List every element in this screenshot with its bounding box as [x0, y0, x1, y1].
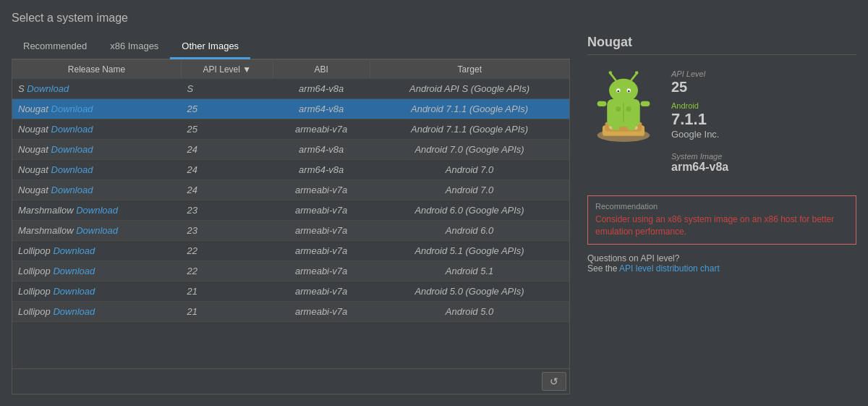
api-level-block: API Level 25: [671, 69, 728, 96]
api-level-cell: 21: [182, 282, 273, 302]
recommendation-text: Consider using an x86 system image on an…: [595, 213, 848, 238]
table-body: S DownloadSarm64-v8aAndroid API S (Googl…: [12, 79, 569, 322]
release-name-cell: Nougat Download: [12, 140, 182, 160]
table-header-row: Release Name API Level ▼ ABI Target: [12, 60, 569, 79]
abi-cell: armeabi-v7a: [273, 221, 370, 241]
col-target: Target: [370, 60, 569, 79]
abi-cell: armeabi-v7a: [273, 180, 370, 200]
release-name-cell: Nougat Download: [12, 119, 182, 140]
download-link[interactable]: Download: [51, 124, 93, 135]
system-image-label: System Image: [671, 152, 728, 161]
api-level-cell: 23: [182, 221, 273, 241]
abi-cell: armeabi-v7a: [273, 302, 370, 322]
recommendation-box: Recommendation Consider using an x86 sys…: [587, 195, 856, 245]
target-cell: Android 7.0: [370, 160, 569, 180]
system-image-block: System Image arm64-v8a: [671, 146, 728, 174]
android-version: 7.1.1: [671, 110, 728, 129]
table-row[interactable]: Nougat Download24arm64-v8aAndroid 7.0: [12, 160, 569, 180]
table-container: Release Name API Level ▼ ABI Target S Do…: [12, 59, 570, 369]
target-cell: Android 6.0 (Google APIs): [370, 200, 569, 221]
abi-cell: armeabi-v7a: [273, 119, 370, 140]
download-link[interactable]: Download: [51, 144, 93, 155]
refresh-button[interactable]: ↺: [542, 372, 566, 391]
svg-rect-10: [627, 124, 635, 130]
svg-rect-8: [641, 101, 650, 106]
api-question: Questions on API level?: [587, 253, 679, 263]
release-name-cell: Marshmallow Download: [12, 221, 182, 241]
left-panel: Recommended x86 Images Other Images Rele…: [12, 35, 570, 394]
table-row[interactable]: Marshmallow Download23armeabi-v7aAndroid…: [12, 200, 569, 221]
target-cell: Android 7.0 (Google APIs): [370, 140, 569, 160]
svg-point-18: [617, 90, 619, 93]
download-link[interactable]: Download: [27, 83, 69, 94]
table-row[interactable]: Lollipop Download22armeabi-v7aAndroid 5.…: [12, 241, 569, 261]
tab-otherimages[interactable]: Other Images: [170, 35, 250, 59]
target-cell: Android 5.0: [370, 302, 569, 322]
release-name-cell: Lollipop Download: [12, 241, 182, 261]
api-link-section: Questions on API level? See the API leve…: [587, 253, 856, 274]
download-link[interactable]: Download: [53, 286, 95, 297]
api-level-cell: 21: [182, 302, 273, 322]
vendor: Google Inc.: [671, 129, 728, 140]
recommendation-title: Recommendation: [595, 202, 848, 211]
table-row[interactable]: Nougat Download25arm64-v8aAndroid 7.1.1 …: [12, 99, 569, 119]
svg-point-19: [628, 90, 630, 93]
dialog: Select a system image Recommended x86 Im…: [0, 0, 868, 406]
tab-x86images[interactable]: x86 Images: [98, 35, 170, 59]
tab-recommended[interactable]: Recommended: [12, 35, 98, 59]
target-cell: Android 5.1 (Google APIs): [370, 241, 569, 261]
table-row[interactable]: Nougat Download25armeabi-v7aAndroid 7.1.…: [12, 119, 569, 140]
release-name-cell: Lollipop Download: [12, 261, 182, 282]
api-level-cell: 25: [182, 99, 273, 119]
api-level-cell: 23: [182, 200, 273, 221]
table-row[interactable]: S DownloadSarm64-v8aAndroid API S (Googl…: [12, 79, 569, 99]
col-api-level[interactable]: API Level ▼: [182, 60, 273, 79]
abi-cell: arm64-v8a: [273, 140, 370, 160]
release-name-cell: Lollipop Download: [12, 302, 182, 322]
release-name-cell: Marshmallow Download: [12, 200, 182, 221]
main-content: Recommended x86 Images Other Images Rele…: [12, 35, 856, 394]
col-abi: ABI: [273, 60, 370, 79]
table-row[interactable]: Lollipop Download21armeabi-v7aAndroid 5.…: [12, 302, 569, 322]
target-cell: Android 6.0: [370, 221, 569, 241]
target-cell: Android 7.0: [370, 180, 569, 200]
api-link-prefix: See the: [587, 263, 619, 274]
table-row[interactable]: Lollipop Download21armeabi-v7aAndroid 5.…: [12, 282, 569, 302]
download-link[interactable]: Download: [51, 185, 93, 195]
api-level-cell: S: [182, 79, 273, 99]
abi-cell: armeabi-v7a: [273, 241, 370, 261]
api-level-cell: 25: [182, 119, 273, 140]
system-image-value: arm64-v8a: [671, 161, 728, 174]
api-level-cell: 22: [182, 261, 273, 282]
table-row[interactable]: Marshmallow Download23armeabi-v7aAndroid…: [12, 221, 569, 241]
download-link[interactable]: Download: [53, 245, 95, 256]
api-level-link[interactable]: API level distribution chart: [619, 263, 720, 274]
table-row[interactable]: Nougat Download24arm64-v8aAndroid 7.0 (G…: [12, 140, 569, 160]
download-link[interactable]: Download: [76, 205, 118, 216]
abi-cell: armeabi-v7a: [273, 261, 370, 282]
download-link[interactable]: Download: [76, 225, 118, 236]
svg-rect-9: [612, 124, 620, 130]
download-link[interactable]: Download: [51, 164, 93, 175]
release-name-cell: Nougat Download: [12, 180, 182, 200]
android-mascot: [587, 69, 660, 142]
table-row[interactable]: Nougat Download24armeabi-v7aAndroid 7.0: [12, 180, 569, 200]
release-name-cell: Nougat Download: [12, 160, 182, 180]
target-cell: Android 7.1.1 (Google APIs): [370, 99, 569, 119]
download-link[interactable]: Download: [53, 306, 95, 317]
table-row[interactable]: Lollipop Download22armeabi-v7aAndroid 5.…: [12, 261, 569, 282]
api-level-label: API Level: [671, 69, 728, 78]
api-level-cell: 24: [182, 140, 273, 160]
release-name-cell: S Download: [12, 79, 182, 99]
abi-cell: arm64-v8a: [273, 99, 370, 119]
svg-line-12: [610, 73, 616, 80]
target-cell: Android 7.1.1 (Google APIs): [370, 119, 569, 140]
svg-point-21: [616, 106, 621, 111]
download-link[interactable]: Download: [51, 103, 93, 114]
android-label: Android: [671, 101, 728, 110]
download-link[interactable]: Download: [53, 266, 95, 276]
api-level-cell: 24: [182, 160, 273, 180]
svg-point-14: [609, 71, 613, 75]
table-header: Release Name API Level ▼ ABI Target: [12, 60, 569, 79]
api-level-cell: 24: [182, 180, 273, 200]
